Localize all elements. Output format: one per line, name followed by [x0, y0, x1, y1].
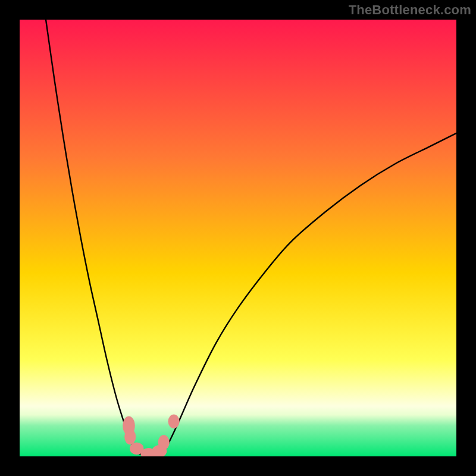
data-marker [168, 415, 180, 428]
gradient-background [20, 20, 456, 456]
chart-svg [20, 20, 456, 456]
data-marker [158, 435, 170, 450]
data-marker [124, 429, 136, 444]
chart-frame: TheBottleneck.com [0, 0, 476, 476]
plot-area [20, 20, 456, 456]
watermark-text: TheBottleneck.com [349, 2, 471, 18]
